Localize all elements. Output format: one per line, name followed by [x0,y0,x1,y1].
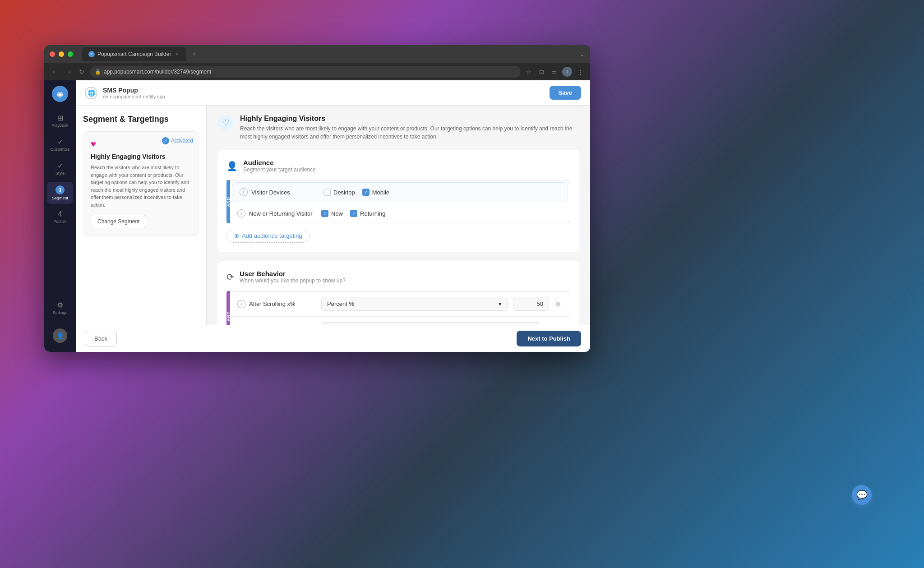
app-logo[interactable]: ◉ [52,86,68,102]
site-name: SMS Popup [103,87,544,94]
percent-select-value: Percent % [327,300,354,307]
site-url: demopopupsmart.netlify.app [103,94,544,99]
remove-scrolling-button[interactable]: ⊗ [553,299,563,309]
behavior-title: User Behavior [240,270,346,277]
window-collapse-icon[interactable]: ⌄ [579,51,585,58]
browser-window: P Popupsmart Campaign Builder × + ⌄ ← → … [44,45,590,352]
returning-visitor-checkbox[interactable]: ✓ [350,210,357,217]
after-scrolling-row: i After Scrolling x% Percent % ▾ 50 ⊗ [230,291,570,317]
close-window-button[interactable] [50,51,55,57]
change-segment-button[interactable]: Change Segment [91,215,146,228]
avatar: 👤 [53,328,67,343]
chat-icon: 💬 [856,489,868,500]
activated-label: Activated [171,138,193,144]
settings-label: Settings [53,310,68,315]
sidebar-item-publish[interactable]: 4 Publish [47,207,73,227]
active-tab[interactable]: P Popupsmart Campaign Builder × [82,47,186,61]
segment-label: Segment [52,196,68,200]
publish-label: Publish [53,219,67,224]
info-icon-visitor-devices: i [240,188,248,196]
desktop-label: Desktop [333,189,355,196]
minimize-window-button[interactable] [59,51,64,57]
menu-icon[interactable]: ⋮ [576,67,585,76]
tab-close-button[interactable]: × [174,51,180,57]
profile-button[interactable]: I [562,67,572,77]
audience-section: 👤 Audience Segment your target audience … [217,150,579,252]
chat-button[interactable]: 💬 [852,485,872,505]
plus-circle-icon: ⊕ [234,232,239,239]
browser-actions: ☆ ⊡ ▭ I ⋮ [524,67,585,77]
sidebar-item-customize[interactable]: ✓ Customize [47,134,73,155]
check-icon-customize: ✓ [57,138,63,146]
site-info: SMS Popup demopopupsmart.netlify.app [103,87,544,99]
behavior-targeting-container: ANY i After Scrolling x% Percent % ▾ [226,291,570,325]
save-button[interactable]: Save [550,86,581,100]
bookmark-icon[interactable]: ☆ [524,67,533,76]
returning-visitor-option[interactable]: ✓ Returning [350,210,385,217]
after-scrolling-label: After Scrolling x% [249,300,321,307]
behavior-icon: ⟳ [226,272,234,282]
visitor-devices-label: Visitor Devices [251,189,323,196]
sidebar: ◉ ⊞ Playbook ✓ Customize ✓ Style 3 Segme… [44,80,76,352]
mobile-label: Mobile [372,189,389,196]
next-to-publish-button[interactable]: Next to Publish [517,331,581,346]
tab-title: Popupsmart Campaign Builder [97,51,171,57]
visitor-devices-options: Desktop ✓ Mobile [323,189,389,196]
maximize-window-button[interactable] [68,51,73,57]
main-content: 🌐 SMS Popup demopopupsmart.netlify.app S… [76,80,590,352]
returning-visitor-label: Returning [360,210,385,217]
logo-icon: ◉ [57,90,63,98]
scrolling-value-input[interactable]: 50 [513,297,549,311]
reload-button[interactable]: ↻ [77,67,87,77]
segment-card: ✓ Activated ♥ Highly Engaging Visitors R… [83,131,199,236]
browser-controls: ← → ↻ 🔒 app.popupsmart.com/builder/32749… [44,63,590,80]
segment-badge: 3 [55,185,65,194]
sidebar-item-style[interactable]: ✓ Style [47,158,73,179]
audience-icon: 👤 [226,161,238,171]
new-returning-row: i New or Returning Visitor ✓ New ✓ [230,204,570,223]
back-button[interactable]: Back [85,331,117,346]
left-panel: Segment & Targetings ✓ Activated ♥ Highl… [76,106,207,325]
new-tab-button[interactable]: + [192,50,196,58]
behavior-section: ⟳ User Behavior When would you like the … [217,261,579,325]
bottom-bar: Back Next to Publish [76,325,590,352]
segment-section-header: ♡ Highly Engaging Visitors Reach the vis… [217,115,579,141]
customize-label: Customize [51,147,70,152]
audience-title-block: Audience Segment your target audience [243,159,316,173]
audience-header: 👤 Audience Segment your target audience [226,159,570,173]
forward-nav-button[interactable]: → [63,67,73,77]
app-content: ◉ ⊞ Playbook ✓ Customize ✓ Style 3 Segme… [44,80,590,352]
info-icon-scrolling: i [237,300,245,308]
mobile-option[interactable]: ✓ Mobile [362,189,389,196]
new-returning-label: New or Returning Visitor [249,210,321,217]
sidebar-item-playbook[interactable]: ⊞ Playbook [47,110,73,131]
top-bar: 🌐 SMS Popup demopopupsmart.netlify.app S… [76,80,590,106]
activated-check-icon: ✓ [162,137,169,144]
segment-card-title: Highly Engaging Visitors [91,153,191,160]
sidebar-item-segment[interactable]: 3 Segment [47,182,73,204]
address-bar[interactable]: 🔒 app.popupsmart.com/builder/32749/segme… [90,66,521,78]
desktop-checkbox[interactable] [323,189,331,196]
tab-favicon: P [88,51,95,57]
segment-section-desc: Reach the visitors who are most likely t… [240,125,579,141]
audience-subtitle: Segment your target audience [243,166,316,173]
back-nav-button[interactable]: ← [50,67,60,77]
mobile-checkbox[interactable]: ✓ [362,189,370,196]
tablet-icon[interactable]: ▭ [550,67,559,76]
new-visitor-option[interactable]: ✓ New [321,210,343,217]
add-audience-targeting-button[interactable]: ⊕ Add audience targeting [226,229,310,243]
settings-gear-icon: ⚙ [57,301,63,309]
percent-select[interactable]: Percent % ▾ [321,297,508,311]
audience-title: Audience [243,159,316,166]
extensions-icon[interactable]: ⊡ [537,67,546,76]
style-label: Style [55,171,65,175]
new-visitor-checkbox[interactable]: ✓ [321,210,328,217]
sidebar-item-settings[interactable]: ⚙ Settings [47,297,73,319]
sidebar-item-avatar[interactable]: 👤 [47,325,73,346]
page-title: Segment & Targetings [83,115,199,124]
playbook-label: Playbook [51,123,68,128]
desktop-option[interactable]: Desktop [323,189,355,196]
segment-heart-icon: ♡ [217,115,234,131]
url-text: app.popupsmart.com/builder/32749/segment [104,69,211,75]
activated-badge: ✓ Activated [162,137,193,144]
